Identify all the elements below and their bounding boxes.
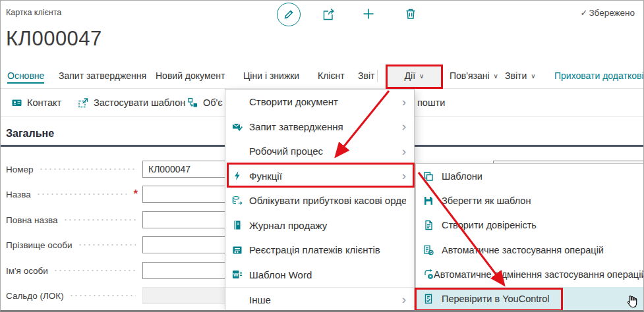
payment-registration-icon: [232, 245, 249, 255]
chevron-down-icon: ∨: [531, 72, 535, 80]
add-new-button[interactable]: [363, 8, 374, 20]
top-command-bar: Картка клієнта: [1, 1, 643, 26]
action-payment-registration[interactable]: Реєстрація платежів клієнтів: [225, 238, 414, 263]
toolbar-clipped-item[interactable]: пошти: [417, 89, 445, 117]
action-post-cash-receipt-orders[interactable]: Облікувати прибуткові касові ордери…: [225, 188, 414, 213]
tab-new-document[interactable]: Новий документ: [156, 64, 225, 88]
save-as-template-icon: [423, 195, 442, 206]
share-button[interactable]: [322, 8, 336, 20]
function-verify-youcontrol[interactable]: Перевірити в YouControl: [416, 287, 644, 311]
share-icon: [322, 8, 336, 20]
tab-main[interactable]: Основне: [7, 64, 44, 88]
toggle-more-options[interactable]: Приховати додаткові пара: [554, 64, 644, 88]
tab-prices-discounts[interactable]: Ціни і знижки: [243, 64, 299, 88]
tab-actions[interactable]: Дії∨: [386, 65, 442, 88]
merge-icon: [187, 97, 198, 108]
tab-report[interactable]: Звіт: [358, 64, 374, 88]
auto-unapply-entries-icon: [423, 269, 434, 280]
edit-button[interactable]: [277, 3, 301, 26]
action-sales-journal[interactable]: Журнал продажу: [225, 213, 414, 238]
function-auto-apply-entries[interactable]: Автоматичне застосування операцій: [416, 238, 644, 262]
action-workflow[interactable]: Робочий процес›: [225, 139, 414, 164]
dotted-leader: [36, 194, 127, 195]
plus-icon: [363, 8, 374, 20]
contact-card-icon: [11, 97, 22, 108]
section-title-general: Загальне: [6, 128, 54, 140]
pencil-icon: [283, 9, 295, 20]
menubar-divider: [377, 70, 378, 82]
action-other[interactable]: Інше›: [225, 288, 414, 311]
dotted-leader: [53, 270, 136, 271]
apply-template-icon: [78, 97, 89, 108]
page-caption: Картка клієнта: [6, 8, 61, 17]
action-word-template[interactable]: W Шаблон Word: [225, 263, 414, 288]
cash-receipt-orders-icon: [232, 195, 249, 206]
functions-submenu: Шаблони Зберегти як шаблон Створити дові…: [415, 163, 644, 312]
tab-approval-request[interactable]: Запит затвердження: [59, 64, 146, 88]
delete-button[interactable]: [405, 8, 417, 20]
approval-request-icon: [232, 121, 249, 132]
action-menubar: Основне Запит затвердження Новий докумен…: [1, 64, 643, 89]
sales-journal-icon: [232, 220, 249, 230]
function-auto-unapply-entries[interactable]: Автоматичне відмінення застосування опер…: [416, 262, 644, 286]
tab-reports[interactable]: Звіти∨: [505, 64, 536, 88]
merge-button[interactable]: Об'є: [187, 89, 223, 117]
action-functions[interactable]: Функції›: [225, 164, 414, 189]
function-templates[interactable]: Шаблони: [416, 164, 644, 188]
tab-customer[interactable]: Клієнт: [318, 64, 345, 88]
save-status-label: Збережено: [589, 8, 635, 18]
check-icon: ✓: [580, 8, 587, 18]
apply-template-button[interactable]: Застосувати шаблон: [78, 89, 185, 117]
contact-button[interactable]: Контакт: [11, 89, 61, 117]
tab-related[interactable]: Пов'язані∨: [450, 64, 498, 88]
youcontrol-verify-icon: [423, 294, 442, 304]
dotted-leader: [63, 219, 136, 221]
chevron-down-icon: ∨: [494, 72, 498, 80]
create-attorney-icon: [423, 220, 442, 230]
submenu-arrow-icon: ›: [402, 170, 406, 182]
svg-text:W: W: [233, 272, 239, 278]
word-template-icon: W: [232, 269, 249, 280]
submenu-arrow-icon: ›: [402, 96, 406, 108]
actions-dropdown-menu: Створити документ› Запит затвердження› Р…: [225, 89, 415, 312]
submenu-arrow-icon: ›: [402, 145, 406, 157]
action-create-document[interactable]: Створити документ›: [225, 90, 414, 115]
lightning-icon: [232, 170, 249, 181]
templates-icon: [423, 171, 442, 182]
record-title: КЛ000047: [6, 27, 102, 51]
customer-card-window: Картка клієнта: [0, 0, 644, 312]
auto-apply-entries-icon: [423, 245, 442, 255]
dotted-leader: [78, 244, 136, 246]
chevron-down-icon: ∨: [419, 72, 424, 80]
dotted-leader: [39, 169, 136, 170]
function-save-as-template[interactable]: Зберегти як шаблон: [416, 188, 644, 213]
trash-icon: [405, 8, 417, 20]
save-status: ✓Збережено: [580, 8, 635, 18]
dotted-leader: [69, 295, 136, 296]
action-approval-request[interactable]: Запит затвердження›: [225, 115, 414, 140]
function-create-attorney[interactable]: Створити довіреність: [416, 213, 644, 238]
required-asterisk: *: [133, 191, 138, 197]
submenu-arrow-icon: ›: [402, 120, 406, 132]
submenu-arrow-icon: ›: [402, 294, 406, 305]
